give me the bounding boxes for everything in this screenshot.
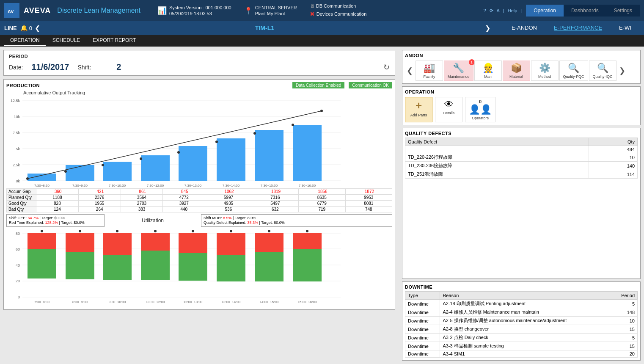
maintenance-icon: 🔧 (453, 63, 464, 74)
svg-rect-57 (103, 233, 132, 255)
andon-fqc[interactable]: 🔍 Quality-FQC (559, 61, 588, 81)
bad-qty-8: 748 (345, 207, 392, 212)
subnav-export[interactable]: EXPORT REPORT (87, 36, 142, 46)
quality-row-3: TD_230-236接触故障 140 (405, 162, 638, 170)
menu-eandon[interactable]: E-ANDON (503, 23, 545, 33)
andon-material[interactable]: 📦 Material (503, 61, 530, 81)
tab-operation[interactable]: Operation (526, 5, 564, 17)
bad-qty-7: 719 (299, 207, 345, 212)
svg-text:0: 0 (18, 295, 20, 299)
operators-button[interactable]: 0 👤👤 Operators (465, 97, 495, 122)
andon-icons: ❮ 🏭 Facility 1 🔧 Maintenance 👷 Man 📦 (405, 61, 638, 81)
downtime-type-header: Type (405, 292, 440, 300)
app-title: Discrete Lean Management (57, 7, 140, 14)
font-size-icon[interactable]: A (497, 8, 500, 14)
line-forward-arrow[interactable]: ❯ (485, 24, 490, 32)
svg-text:7.5k: 7.5k (13, 131, 20, 135)
line-bar: LINE 🔔 0 ❮ TIM-L1 ❯ E-ANDON E-PERFORMANC… (0, 21, 644, 35)
details-icon: 👁 (444, 99, 454, 110)
svg-rect-71 (293, 249, 322, 281)
operation-title: OPERATION (405, 89, 638, 94)
production-title: PRODUCTION (6, 83, 288, 88)
subnav-schedule[interactable]: SCHEDULE (47, 36, 86, 46)
downtime-title: DOWNTIME (405, 284, 638, 290)
good-qty-7: 6779 (299, 201, 345, 207)
andon-iqc[interactable]: 🔍 Quality-IQC (589, 61, 616, 81)
devices-icon: ✖ (310, 10, 315, 19)
svg-text:13:00~14:00: 13:00~14:00 (222, 300, 241, 304)
svg-point-64 (192, 230, 194, 232)
line-back-arrow[interactable]: ❮ (35, 24, 40, 32)
andon-man[interactable]: 👷 Man (474, 61, 502, 81)
line-label: LINE (4, 25, 17, 31)
svg-point-67 (230, 230, 232, 232)
svg-text:15:00~16:00: 15:00~16:00 (298, 300, 317, 304)
andon-maintenance[interactable]: 1 🔧 Maintenance (444, 61, 473, 81)
db-comm-label: DB Communication (316, 3, 356, 10)
alert-count: 0 (29, 25, 32, 31)
accumulative-chart: Accumulative Output Tracking 12.5k 10k 7… (6, 90, 392, 188)
utilization-chart: 80 60 40 20 0 (6, 229, 392, 307)
svg-point-30 (292, 124, 294, 126)
help-link[interactable]: Help (508, 8, 517, 14)
planned-qty-8: 9953 (345, 195, 392, 201)
refresh-icon[interactable]: ⟳ (490, 8, 493, 14)
quality-defects-section: QUALITY DEFECTS Quality Defect Qty - 484… (402, 128, 641, 279)
add-parts-button[interactable]: + Add Parts (405, 97, 432, 122)
subnav-operation[interactable]: OPERATION (4, 36, 46, 46)
svg-rect-72 (293, 233, 322, 249)
menu-eperformance[interactable]: E-PERFORMANCE (545, 23, 611, 33)
dt-type-5: Downtime (405, 334, 440, 342)
communication-info: 🖥 DB Communication ✖ Devices Communicati… (310, 3, 367, 19)
add-parts-label: Add Parts (410, 113, 427, 117)
refresh-button[interactable]: ↻ (383, 63, 390, 72)
chart-title: Accumulative Output Tracking (23, 90, 392, 95)
details-button[interactable]: 👁 Details (435, 97, 462, 122)
dt-reason-4: A2-8 换型 changeover (440, 325, 612, 334)
right-panel: ANDON ❮ 🏭 Facility 1 🔧 Maintenance 👷 Man (399, 47, 644, 364)
quality-row-2: TD_220-226行程故障 10 (405, 153, 638, 162)
bad-qty-6: 632 (252, 207, 298, 212)
help-icon[interactable]: ? (483, 8, 486, 14)
svg-rect-16 (103, 162, 132, 181)
details-label: Details (443, 111, 455, 115)
svg-text:2.5k: 2.5k (13, 163, 20, 167)
production-header: PRODUCTION Data Collection Enabled Commu… (6, 82, 392, 88)
iqc-icon: 🔍 (597, 63, 608, 74)
operators-count: 0 (479, 99, 482, 104)
bad-qty-5: 536 (205, 207, 252, 212)
shift-value: 2 (116, 62, 121, 72)
planned-qty-7: 8635 (299, 195, 345, 201)
line-menu: E-ANDON E-PERFORMANCE E-WI (503, 23, 640, 33)
svg-text:5k: 5k (16, 147, 20, 151)
downtime-row-1: Downtime A2-18 印刷质量调试 Printing adjustmen… (405, 300, 638, 308)
planned-qty-label: Planned Qty (7, 195, 36, 201)
quality-defect-3: TD_230-236接触故障 (405, 162, 589, 170)
main-content: PERIOD Date: 11/6/2017 Shift: 2 ↻ PRODUC… (0, 47, 644, 364)
system-version-text: System Version : 001.000.000 05/20/2019 … (169, 5, 231, 17)
operators-icon: 👤👤 (469, 104, 492, 115)
date-value: 11/6/2017 (31, 62, 69, 72)
andon-next-arrow[interactable]: ❯ (617, 65, 627, 76)
svg-point-70 (268, 230, 270, 232)
bad-qty-2: 264 (78, 207, 121, 212)
quality-defect-2: TD_220-226行程故障 (405, 153, 589, 162)
good-qty-1: 828 (36, 201, 79, 207)
andon-prev-arrow[interactable]: ❮ (405, 65, 415, 76)
tab-dashboards[interactable]: Dashboards (564, 5, 606, 17)
period-section: PERIOD Date: 11/6/2017 Shift: 2 ↻ (3, 50, 395, 76)
mdr-line1: Shift MDR: 8.5% | Target: 8.0% (204, 216, 390, 220)
fqc-label: Quality-FQC (563, 74, 584, 79)
andon-facility[interactable]: 🏭 Facility (416, 61, 443, 81)
dt-period-6: 15 (612, 342, 638, 350)
downtime-row-7: Downtime A3-4 SIM1 20 (405, 350, 638, 358)
menu-ewi[interactable]: E-WI (611, 23, 640, 33)
tab-settings[interactable]: Settings (606, 5, 640, 17)
quality-qty-3: 140 (589, 162, 637, 170)
andon-method[interactable]: ⚙️ Method (531, 61, 559, 81)
downtime-section: DOWNTIME Type Reason Period Downtime A2-… (402, 281, 641, 361)
planned-qty-4: 4772 (163, 195, 205, 201)
operation-icons: + Add Parts 👁 Details 0 👤👤 Operators (405, 97, 638, 122)
svg-rect-59 (141, 251, 170, 280)
planned-qty-1: 1188 (36, 195, 79, 201)
